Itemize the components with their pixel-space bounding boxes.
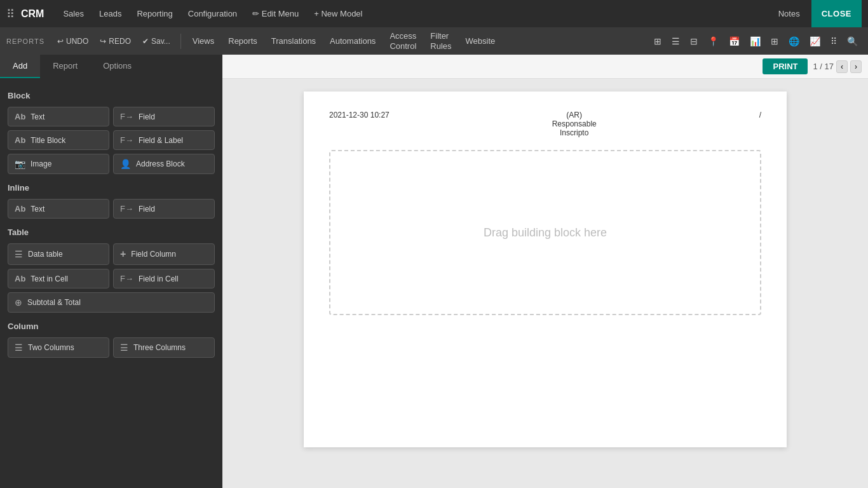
icon-line-chart[interactable]: 📈 (806, 34, 824, 49)
three-columns-icon: ☰ (120, 342, 128, 353)
doc-slash: / (759, 111, 761, 137)
column-two[interactable]: ☰ Two Columns (8, 337, 109, 358)
main-layout: Add Report Options Block Ab Text F→ Fiel… (0, 55, 868, 488)
apps-icon[interactable]: ⠿ (6, 7, 15, 21)
subtotal-icon: ⊕ (15, 297, 22, 308)
top-navigation: ⠿ CRM Sales Leads Reporting Configuratio… (0, 0, 868, 27)
icon-list[interactable]: ☰ (668, 34, 684, 49)
redo-button[interactable]: ↪ REDO (95, 34, 136, 48)
inline-field[interactable]: F→ Field (113, 199, 215, 219)
icon-calendar[interactable]: 📅 (725, 34, 743, 49)
translations-menu[interactable]: Translations (265, 34, 322, 48)
undo-icon: ↩ (57, 37, 64, 46)
address-icon: 👤 (120, 159, 131, 169)
icon-bar-chart[interactable]: 📊 (746, 34, 764, 49)
block-image[interactable]: 📷 Image (8, 154, 109, 174)
tab-options[interactable]: Options (90, 55, 144, 78)
block-text[interactable]: Ab Text (8, 107, 109, 126)
table-subtotal-total[interactable]: ⊕ Subtotal & Total (8, 292, 215, 313)
right-content: PRINT 1 / 17 ‹ › 2021-12-30 10:27 (AR) R… (222, 55, 868, 488)
new-model-button[interactable]: + New Model (308, 5, 369, 22)
nav-leads[interactable]: Leads (93, 5, 128, 22)
table-data-table[interactable]: ☰ Data table (8, 243, 109, 265)
menu-items: Views Reports Translations Automations A… (186, 29, 501, 53)
block-field[interactable]: F→ Field (113, 107, 215, 126)
doc-date: 2021-12-30 10:27 (329, 111, 390, 137)
toolbar-separator (180, 34, 181, 49)
tab-add[interactable]: Add (0, 55, 40, 78)
block-section-title: Block (8, 91, 215, 100)
toolbar-right-icons: ⊞ ☰ ⊟ 📍 📅 📊 ⊞ 🌐 📈 ⠿ 🔍 (650, 34, 862, 49)
field-in-cell-icon: F→ (120, 274, 133, 283)
reports-label: REPORTS (6, 37, 44, 45)
nav-sales[interactable]: Sales (57, 5, 90, 22)
document-header: 2021-12-30 10:27 (AR) Responsable Inscri… (329, 111, 761, 137)
column-section-title: Column (8, 322, 215, 331)
website-menu[interactable]: Website (459, 34, 502, 48)
title-block-icon: Ab (15, 135, 25, 145)
print-toolbar: PRINT 1 / 17 ‹ › (222, 55, 868, 79)
panel-content: Block Ab Text F→ Field Ab Title Block F→… (0, 78, 222, 376)
icon-search[interactable]: 🔍 (843, 34, 862, 49)
field-label-icon: F→ (120, 135, 133, 145)
check-icon: ✔ (142, 37, 149, 46)
drop-hint-text: Drag building block here (484, 226, 607, 240)
save-button[interactable]: ✔ Sav... (137, 34, 175, 48)
doc-responsable: Responsable (552, 119, 597, 128)
icon-apps[interactable]: ⠿ (827, 34, 841, 49)
block-title-block[interactable]: Ab Title Block (8, 130, 109, 150)
column-section-grid: ☰ Two Columns ☰ Three Columns (8, 337, 215, 358)
inline-section-grid: Ab Text F→ Field (8, 199, 215, 219)
inline-text-icon: Ab (15, 204, 25, 214)
inline-section-title: Inline (8, 183, 215, 193)
redo-icon: ↪ (100, 37, 106, 46)
text-icon: Ab (15, 112, 25, 121)
icon-grid[interactable]: ⊟ (686, 34, 702, 49)
tab-report[interactable]: Report (40, 55, 90, 78)
brand-logo: CRM (21, 8, 44, 20)
icon-table[interactable]: ⊞ (767, 34, 782, 49)
field-icon: F→ (120, 112, 133, 121)
doc-header-center: (AR) Responsable Inscripto (552, 111, 597, 137)
table-section-grid: ☰ Data table + Field Column Ab Text in C… (8, 243, 215, 313)
table-section-title: Table (8, 227, 215, 237)
automations-menu[interactable]: Automations (323, 34, 382, 48)
print-button[interactable]: PRINT (763, 58, 808, 74)
doc-ar-label: (AR) (552, 111, 597, 119)
field-column-icon: + (120, 248, 126, 260)
notes-button[interactable]: Notes (770, 5, 809, 22)
prev-page-button[interactable]: ‹ (836, 60, 848, 73)
two-columns-icon: ☰ (15, 342, 23, 353)
reports-menu[interactable]: Reports (222, 34, 264, 48)
icon-globe[interactable]: 🌐 (785, 34, 803, 49)
secondary-toolbar: REPORTS ↩ UNDO ↪ REDO ✔ Sav... Views Rep… (0, 27, 868, 55)
document-area: 2021-12-30 10:27 (AR) Responsable Inscri… (222, 79, 868, 460)
block-address[interactable]: 👤 Address Block (113, 154, 215, 174)
next-page-button[interactable]: › (850, 60, 862, 73)
close-button[interactable]: CLOSE (811, 0, 862, 27)
doc-inscripto: Inscripto (552, 128, 597, 137)
nav-reporting[interactable]: Reporting (130, 5, 179, 22)
filter-rules-menu[interactable]: FilterRules (424, 29, 458, 53)
nav-configuration[interactable]: Configuration (182, 5, 243, 22)
table-field-in-cell[interactable]: F→ Field in Cell (113, 269, 215, 288)
icon-grid-small[interactable]: ⊞ (650, 34, 665, 49)
inline-field-icon: F→ (120, 204, 133, 214)
image-icon: 📷 (15, 159, 25, 169)
edit-menu-button[interactable]: ✏ Edit Menu (246, 5, 305, 22)
text-in-cell-icon: Ab (15, 274, 25, 283)
page-indicator: 1 / 17 (813, 62, 834, 71)
views-menu[interactable]: Views (186, 34, 220, 48)
icon-map[interactable]: 📍 (704, 34, 722, 49)
access-control-menu[interactable]: AccessControl (383, 29, 423, 53)
block-section-grid: Ab Text F→ Field Ab Title Block F→ Field… (8, 107, 215, 174)
document-page: 2021-12-30 10:27 (AR) Responsable Inscri… (304, 92, 787, 447)
column-three[interactable]: ☰ Three Columns (113, 337, 215, 358)
inline-text[interactable]: Ab Text (8, 199, 109, 219)
undo-button[interactable]: ↩ UNDO (52, 34, 93, 48)
table-text-in-cell[interactable]: Ab Text in Cell (8, 269, 109, 288)
drop-zone[interactable]: Drag building block here (329, 150, 761, 315)
table-field-column[interactable]: + Field Column (113, 243, 215, 265)
left-panel: Add Report Options Block Ab Text F→ Fiel… (0, 55, 222, 488)
block-field-label[interactable]: F→ Field & Label (113, 130, 215, 150)
